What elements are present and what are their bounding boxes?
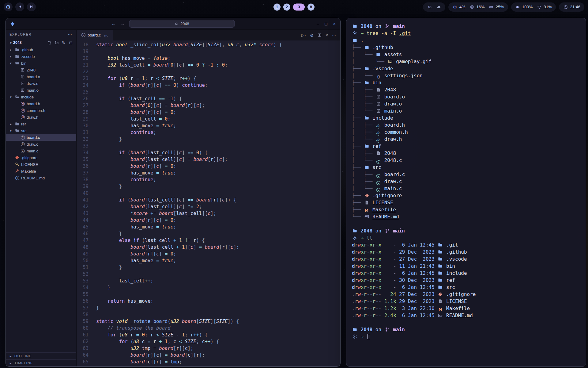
folder-icon <box>364 66 370 71</box>
line-number: 36 <box>77 163 96 170</box>
explorer-item-.gitignore[interactable]: .gitignore <box>6 154 76 161</box>
workspace-1-button[interactable]: 1 <box>273 3 281 10</box>
workspace-8-button[interactable]: 8 <box>307 3 315 10</box>
nav-forward-button[interactable]: → <box>120 21 125 26</box>
command-center-search[interactable]: 2048 <box>129 20 235 28</box>
idle-inhibitor-icon[interactable] <box>427 4 432 10</box>
folder-icon <box>364 165 370 170</box>
terminal-window[interactable]: 2048 on main → tree -a -I .git .├── .git… <box>346 18 586 367</box>
git-icon <box>437 292 443 297</box>
split-editor-button[interactable] <box>318 33 322 37</box>
collapse-all-button[interactable]: ⊟ <box>68 40 74 45</box>
explorer-item-draw.h[interactable]: Hdraw.h <box>6 114 76 121</box>
snow-icon <box>352 31 358 36</box>
explorer-item-main.c[interactable]: Cmain.c <box>6 148 76 154</box>
line-number: 56 <box>77 298 96 305</box>
line-number: 29 <box>77 116 96 122</box>
close-editor-button[interactable]: × <box>326 33 328 37</box>
explorer-item-LICENSE[interactable]: LICENSE <box>6 161 76 168</box>
media-next-button[interactable] <box>27 2 36 11</box>
explorer-more-button[interactable]: ⋯ <box>68 32 73 37</box>
code-line-55: 55 <box>77 291 340 298</box>
nav-back-button[interactable]: ← <box>111 21 116 26</box>
explorer-item-board.o[interactable]: board.o <box>6 73 76 80</box>
folder-open-icon <box>15 128 20 133</box>
obj-icon <box>20 81 25 86</box>
code-editor[interactable]: 18static bool _slide_col(u32 board[SIZE]… <box>77 40 340 366</box>
line-number: 45 <box>77 224 96 230</box>
chevron-down-icon: ▾ <box>8 41 13 45</box>
obj-icon <box>20 67 25 72</box>
maximize-button[interactable]: □ <box>325 21 327 26</box>
minimize-button[interactable]: − <box>316 21 319 26</box>
explorer-item-.vscode[interactable]: ▸.vscode <box>6 53 76 60</box>
line-number: 35 <box>77 156 96 163</box>
root-folder-label: 2048 <box>13 40 22 45</box>
obj-icon <box>20 74 25 79</box>
clock-icon <box>563 4 568 10</box>
folder-icon <box>364 116 370 121</box>
ls-entry-.git: drwxr-xr-x - 6 Jan 12:45 .git <box>352 241 580 248</box>
explorer-item-main.o[interactable]: main.o <box>6 87 76 94</box>
run-button[interactable]: ▷▾ <box>301 33 306 37</box>
explorer-item-2048[interactable]: 2048 <box>6 67 76 73</box>
refresh-button[interactable]: ↻ <box>61 40 66 45</box>
code-line-40: 40 <box>77 190 340 197</box>
explorer-item-include[interactable]: ▾include <box>6 94 76 100</box>
tree-entry-include: ├── include <box>352 114 580 121</box>
explorer-item-src[interactable]: ▾src <box>6 127 76 134</box>
explorer-item-README.md[interactable]: iREADME.md <box>6 174 76 181</box>
new-folder-button[interactable] <box>54 40 59 45</box>
outline-panel[interactable]: ▸OUTLINE <box>6 352 76 359</box>
explorer-item-board.h[interactable]: Hboard.h <box>6 100 76 107</box>
line-number: 64 <box>77 352 96 358</box>
explorer-item-bin[interactable]: ▾bin <box>6 60 76 67</box>
code-line-45: 45 has_move = true; <box>77 224 340 230</box>
launcher-button[interactable]: ⚙ <box>4 2 13 11</box>
line-number: 61 <box>77 332 96 338</box>
code-line-44: 44 board[r][c] = 0; <box>77 217 340 224</box>
workspace-3-button[interactable]: 3 <box>293 3 305 10</box>
memory-stat: 16% <box>469 4 485 10</box>
img-icon <box>387 59 393 64</box>
git-icon <box>364 193 370 198</box>
clock-group: 21:46 <box>559 2 584 12</box>
explorer-item-.github[interactable]: ▸.github <box>6 46 76 53</box>
code-line-28: 28 board[r][c] = 0; <box>77 109 340 116</box>
ls-entry-bin: drwxr-xr-x - 11 Jan 21:43 bin <box>352 263 580 270</box>
ls-entry-LICENSE: .rw-r--r-- 1.1k 29 Dec 2023 LICENSE <box>352 298 580 305</box>
line-number: 44 <box>77 217 96 224</box>
line-number: 42 <box>77 203 96 210</box>
code-line-20: 20 bool has_move = false; <box>77 55 340 62</box>
explorer-item-ref[interactable]: ▸ref <box>6 121 76 127</box>
code-line-57: 57} <box>77 305 340 311</box>
explorer-item-board.c[interactable]: Cboard.c <box>6 134 76 141</box>
line-number: 55 <box>77 291 96 298</box>
media-prev-button[interactable] <box>15 2 24 11</box>
workspace-2-button[interactable]: 2 <box>283 3 290 10</box>
tab-board.c[interactable]: C board.c src <box>77 30 113 40</box>
explorer-item-draw.c[interactable]: Cdraw.c <box>6 141 76 148</box>
line-number: 54 <box>77 284 96 291</box>
explorer-root-folder[interactable]: ▾ 2048 ↻ ⊟ <box>6 39 76 46</box>
explorer-item-Makefile[interactable]: Makefile <box>6 168 76 174</box>
close-button[interactable]: × <box>333 21 336 26</box>
tree-entry-board.c: │ ├── C board.c <box>352 171 580 178</box>
explorer-item-draw.o[interactable]: draw.o <box>6 80 76 87</box>
code-line-47: 47 else if (last_cell + 1 != r) { <box>77 237 340 244</box>
cpu-value: 4% <box>459 5 466 9</box>
code-line-32: 32 } <box>77 136 340 143</box>
search-icon <box>175 22 179 26</box>
explorer-item-common.h[interactable]: Hcommon.h <box>6 107 76 114</box>
tree-entry-ref: ├── ref <box>352 143 580 150</box>
new-file-button[interactable] <box>47 40 52 45</box>
settings-gear-button[interactable]: ⚙ <box>310 33 314 37</box>
code-line-21: 21 i32 last_cell = board[0][c] == 0 ? -1… <box>77 62 340 68</box>
tree-entry-src: ├── src <box>352 164 580 171</box>
more-actions-button[interactable]: ⋯ <box>332 33 336 37</box>
search-value: 2048 <box>181 22 189 26</box>
code-line-41: 41 if (board[last_cell][c] == board[r][c… <box>77 197 340 203</box>
code-line-64: 64 board[r][c] = board[c][r]; <box>77 352 340 358</box>
timeline-panel[interactable]: ▸TIMELINE <box>6 359 76 366</box>
line-number: 23 <box>77 75 96 82</box>
